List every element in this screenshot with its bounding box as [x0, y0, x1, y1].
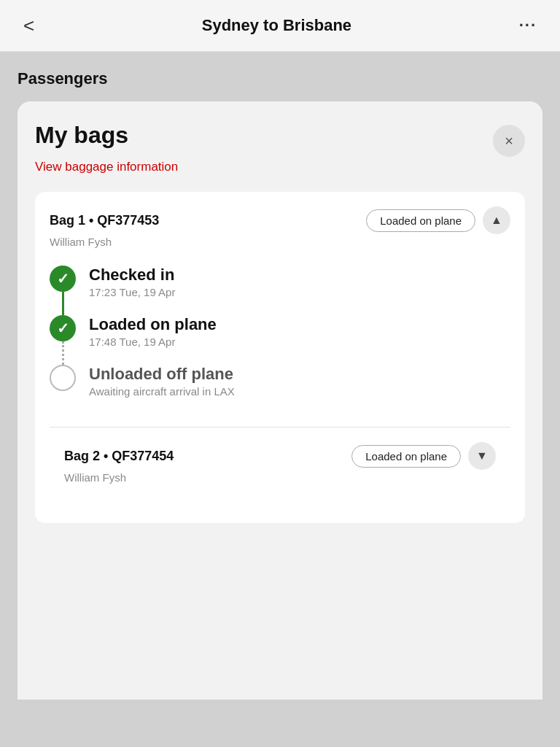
timeline-item-unloaded: Unloaded off plane Awaiting aircraft arr… — [50, 365, 510, 412]
timeline-icon-col-3 — [50, 365, 76, 391]
bag1-id: Bag 1 • QF377453 — [50, 213, 159, 228]
timeline-icon-col-2: ✓ — [50, 315, 76, 365]
loaded-content: Loaded on plane 17:48 Tue, 19 Apr — [89, 315, 510, 363]
more-button[interactable]: ··· — [513, 13, 542, 38]
loaded-title: Loaded on plane — [89, 315, 510, 334]
checkmark-2: ✓ — [57, 320, 69, 337]
timeline-icon-col-1: ✓ — [50, 266, 76, 315]
my-bags-header: My bags × — [35, 122, 525, 157]
bag2-owner: William Fysh — [64, 471, 496, 484]
unloaded-title: Unloaded off plane — [89, 365, 510, 384]
my-bags-panel: My bags × View baggage information Bag 1… — [18, 101, 542, 700]
back-button[interactable]: < — [18, 13, 40, 38]
page-title: Sydney to Brisbane — [40, 16, 513, 35]
view-baggage-link[interactable]: View baggage information — [35, 160, 525, 174]
loaded-time: 17:48 Tue, 19 Apr — [89, 336, 510, 348]
close-button[interactable]: × — [493, 125, 525, 157]
bag1-chevron-button[interactable]: ▲ — [483, 206, 510, 234]
my-bags-card: My bags × View baggage information Bag 1… — [18, 101, 542, 541]
bag1-status-badge: Loaded on plane — [366, 209, 475, 232]
bag2-header: Bag 2 • QF377454 Loaded on plane ▼ — [64, 442, 496, 470]
connector-solid-1 — [62, 292, 64, 315]
bag2-status-row: Loaded on plane ▼ — [351, 442, 496, 470]
unloaded-icon — [50, 365, 76, 391]
timeline-item-loaded: ✓ Loaded on plane 17:48 Tue, 19 Apr — [50, 315, 510, 365]
passengers-label: Passengers — [18, 69, 542, 88]
unloaded-content: Unloaded off plane Awaiting aircraft arr… — [89, 365, 510, 412]
unloaded-time: Awaiting aircraft arrival in LAX — [89, 385, 510, 398]
checkmark-1: ✓ — [57, 270, 69, 287]
bag2-chevron-button[interactable]: ▼ — [468, 442, 496, 470]
bag1-header: Bag 1 • QF377453 Loaded on plane ▲ — [50, 206, 510, 234]
checked-in-title: Checked in — [89, 266, 510, 285]
bag2-id: Bag 2 • QF377454 — [64, 449, 174, 464]
bag1-owner: William Fysh — [50, 236, 510, 248]
connector-dotted-1 — [62, 341, 64, 365]
loaded-icon: ✓ — [50, 315, 76, 341]
checked-in-content: Checked in 17:23 Tue, 19 Apr — [89, 266, 510, 313]
bag1-card: Bag 1 • QF377453 Loaded on plane ▲ Willi… — [35, 192, 525, 523]
bag1-timeline: ✓ Checked in 17:23 Tue, 19 Apr — [50, 266, 510, 412]
checked-in-time: 17:23 Tue, 19 Apr — [89, 286, 510, 298]
timeline-item-checked-in: ✓ Checked in 17:23 Tue, 19 Apr — [50, 266, 510, 315]
my-bags-title: My bags — [35, 122, 128, 149]
header: < Sydney to Brisbane ··· — [0, 0, 560, 52]
bag2-section: Bag 2 • QF377454 Loaded on plane ▼ Willi… — [50, 427, 510, 508]
bag1-status-row: Loaded on plane ▲ — [366, 206, 510, 234]
bag2-status-badge: Loaded on plane — [351, 445, 461, 468]
checked-in-icon: ✓ — [50, 266, 76, 292]
passengers-section: Passengers My bags × View baggage inform… — [0, 52, 560, 700]
